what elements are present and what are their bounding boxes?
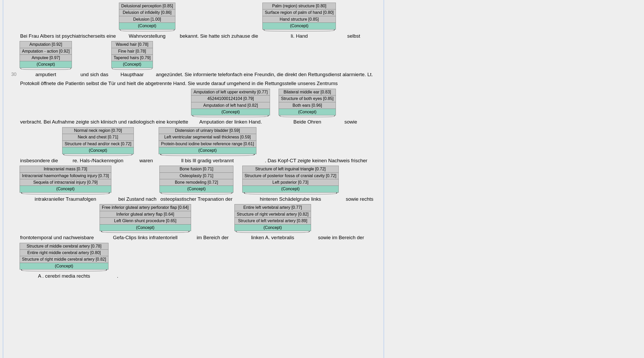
annotation-candidate[interactable]: Surface region of palm of hand [0.80] bbox=[263, 9, 336, 16]
annotated-span[interactable]: osteoplastischer Trepanation der bbox=[159, 195, 234, 204]
annotation-candidate[interactable]: Structure of both eyes [0.85] bbox=[279, 96, 336, 102]
annotation-concept-label[interactable]: (Concept) bbox=[159, 147, 256, 154]
annotation[interactable]: Amputation [0.92]Amputation - action [0.… bbox=[20, 41, 72, 80]
annotation-candidate[interactable]: Structure of left vertebral artery [0.89… bbox=[235, 218, 311, 224]
annotation-candidate[interactable]: Structure of posterior fossa of cranial … bbox=[243, 173, 338, 179]
annotation[interactable]: Waved hair [0.78]Fine hair [0.78]Tapered… bbox=[111, 41, 153, 80]
annotation-candidate[interactable]: Hand structure [0.85] bbox=[263, 16, 336, 23]
annotation-candidate[interactable]: Both ears [0.96] bbox=[279, 102, 336, 109]
annotation-concept-label[interactable]: (Concept) bbox=[119, 23, 175, 29]
annotated-span[interactable]: linken A. vertebralis bbox=[234, 234, 311, 243]
annotation-stack[interactable]: Palm (region) structure [0.80]Surface re… bbox=[262, 3, 336, 30]
annotation[interactable]: Structure of left inguinal triangle [0.7… bbox=[242, 166, 339, 204]
annotation[interactable]: Structure of middle cerebral artery [0.7… bbox=[20, 243, 108, 281]
annotation[interactable]: Delusional perception [0.85]Delusion of … bbox=[119, 3, 175, 41]
annotation-concept-label[interactable]: (Concept) bbox=[263, 23, 336, 29]
annotation[interactable]: Free inferior gluteal artery perforator … bbox=[100, 204, 191, 243]
annotated-span[interactable]: Haupthaar bbox=[111, 71, 153, 80]
annotation-candidate[interactable]: Amputation of left hand [0.82] bbox=[191, 102, 270, 109]
annotation-concept-label[interactable]: (Concept) bbox=[20, 61, 72, 68]
annotation-candidate[interactable]: Amputee [0.97] bbox=[20, 55, 72, 61]
annotated-span[interactable]: Beide Ohren bbox=[279, 118, 336, 127]
annotated-span[interactable]: Amputation der linken Hand. bbox=[191, 118, 270, 127]
annotation-concept-label[interactable]: (Concept) bbox=[160, 186, 233, 192]
annotation-concept-label[interactable]: (Concept) bbox=[191, 109, 270, 115]
annotation-candidate[interactable]: Amputation of left upper extremity [0.77… bbox=[191, 89, 270, 96]
annotation-candidate[interactable]: Structure of left inguinal triangle [0.7… bbox=[243, 166, 338, 172]
annotation-candidate[interactable]: Osteoplasty [0.71] bbox=[160, 173, 233, 179]
annotation-candidate[interactable]: Distension of urinary bladder [0.59] bbox=[159, 127, 256, 134]
annotation-candidate[interactable]: Delusion of infidelity [0.86] bbox=[119, 9, 175, 16]
annotation-candidate[interactable]: Amputation - action [0.92] bbox=[20, 48, 72, 55]
annotation-stack[interactable]: Free inferior gluteal artery perforator … bbox=[100, 204, 191, 231]
annotation-candidate[interactable]: Sequela of intracranial injury [0.79] bbox=[20, 179, 111, 186]
annotation-stack[interactable]: Intracranial mass [0.73]Intracranial hae… bbox=[20, 166, 111, 193]
annotation-candidate[interactable]: Neck and chest [0.71] bbox=[62, 134, 133, 141]
annotation-candidate[interactable]: Intracranial haemorrhage following injur… bbox=[20, 173, 111, 179]
annotation-concept-label[interactable]: (Concept) bbox=[62, 147, 133, 154]
annotation-candidate[interactable]: Fine hair [0.78] bbox=[112, 48, 153, 55]
annotation-candidate[interactable]: Left posterior [0.73] bbox=[243, 179, 338, 186]
annotation-candidate[interactable]: Palm (region) structure [0.80] bbox=[263, 3, 336, 9]
annotation-stack[interactable]: Distension of urinary bladder [0.59]Left… bbox=[159, 127, 256, 154]
annotation-candidate[interactable]: Left ventricular segmental wall thicknes… bbox=[159, 134, 256, 141]
annotated-span[interactable]: re. Hals-/Nackenregion bbox=[62, 157, 134, 166]
annotation-candidate[interactable]: Entire left vertebral artery [0.77] bbox=[235, 204, 311, 211]
annotation-stack[interactable]: Normal neck region [0.70]Neck and chest … bbox=[62, 127, 134, 154]
annotation-candidate[interactable]: Delusional perception [0.85] bbox=[119, 3, 175, 9]
annotation-candidate[interactable]: Waved hair [0.78] bbox=[112, 41, 153, 48]
annotation-candidate[interactable]: Protein-bound iodine below reference ran… bbox=[159, 141, 256, 147]
text-row: Protokoll öffnete die Patientin selbst d… bbox=[19, 80, 383, 89]
annotated-span[interactable]: amputiert bbox=[20, 71, 72, 80]
annotation-stack[interactable]: Amputation of left upper extremity [0.77… bbox=[191, 89, 270, 116]
annotation-stack[interactable]: Structure of left inguinal triangle [0.7… bbox=[242, 166, 339, 193]
annotation-candidate[interactable]: Delusion [1.00] bbox=[119, 16, 175, 23]
annotated-span[interactable]: A . cerebri media rechts bbox=[20, 272, 108, 281]
annotation-candidate[interactable]: Intracranial mass [0.73] bbox=[20, 166, 111, 172]
annotation-candidate[interactable]: Free inferior gluteal artery perforator … bbox=[100, 204, 191, 211]
annotation[interactable]: Normal neck region [0.70]Neck and chest … bbox=[62, 127, 134, 166]
annotation[interactable]: Bilateral middle ear [0.83]Structure of … bbox=[279, 89, 336, 127]
annotation-candidate[interactable]: Bone fusion [0.71] bbox=[160, 166, 233, 172]
annotation[interactable]: Distension of urinary bladder [0.59]Left… bbox=[159, 127, 256, 166]
annotation-candidate[interactable]: Structure of right vertebral artery [0.8… bbox=[235, 211, 311, 218]
annotation-concept-label[interactable]: (Concept) bbox=[243, 186, 338, 192]
annotation-stack[interactable]: Waved hair [0.78]Fine hair [0.78]Tapered… bbox=[111, 41, 153, 68]
annotation-stack[interactable]: Entire left vertebral artery [0.77]Struc… bbox=[234, 204, 311, 231]
annotation-candidate[interactable]: Inferior gluteal artery flap [0.64] bbox=[100, 211, 191, 218]
annotation-stack[interactable]: Bilateral middle ear [0.83]Structure of … bbox=[279, 89, 336, 116]
annotation-stack[interactable]: Bone fusion [0.71]Osteoplasty [0.71]Bone… bbox=[159, 166, 234, 193]
annotated-span[interactable]: Gefa-Clips links infratentoriell bbox=[100, 234, 191, 243]
annotated-span[interactable]: intrakranieller Traumafolgen bbox=[20, 195, 111, 204]
annotation-candidate[interactable]: Bone remodeling [0.72] bbox=[160, 179, 233, 186]
annotated-span[interactable]: ll bis Ill gradig verbrannt bbox=[159, 157, 256, 166]
annotation-candidate[interactable]: 452441000124104 [0.79] bbox=[191, 96, 270, 102]
annotation-concept-label[interactable]: (Concept) bbox=[100, 225, 191, 231]
annotation-stack[interactable]: Amputation [0.92]Amputation - action [0.… bbox=[20, 41, 72, 68]
annotation-candidate[interactable]: Bilateral middle ear [0.83] bbox=[279, 89, 336, 96]
annotation-candidate[interactable]: Left Glenn shunt procedure [0.65] bbox=[100, 218, 191, 224]
annotation-candidate[interactable]: Structure of middle cerebral artery [0.7… bbox=[20, 243, 108, 250]
annotation-candidate[interactable]: Structure of head and/or neck [0.72] bbox=[62, 141, 133, 147]
annotation-candidate[interactable]: Normal neck region [0.70] bbox=[62, 127, 133, 134]
annotation-stack[interactable]: Structure of middle cerebral artery [0.7… bbox=[20, 243, 108, 270]
annotation-candidate[interactable]: Entire right middle cerebral artery [0.8… bbox=[20, 250, 108, 256]
annotation[interactable]: Palm (region) structure [0.80]Surface re… bbox=[262, 3, 336, 41]
annotation[interactable]: Intracranial mass [0.73]Intracranial hae… bbox=[20, 166, 111, 204]
annotated-span[interactable]: Ii. Hand bbox=[262, 32, 336, 41]
annotation-concept-label[interactable]: (Concept) bbox=[235, 225, 311, 231]
annotation[interactable]: Amputation of left upper extremity [0.77… bbox=[191, 89, 270, 127]
annotated-span[interactable]: hinteren Schädelgrube links bbox=[242, 195, 339, 204]
text-segment bbox=[234, 195, 242, 204]
annotation-candidate[interactable]: Amputation [0.92] bbox=[20, 41, 72, 48]
annotation-candidate[interactable]: Structure of right middle cerebral arter… bbox=[20, 256, 108, 263]
annotation-concept-label[interactable]: (Concept) bbox=[20, 186, 111, 192]
annotation[interactable]: Entire left vertebral artery [0.77]Struc… bbox=[234, 204, 311, 243]
annotation-concept-label[interactable]: (Concept) bbox=[20, 263, 108, 269]
annotation-concept-label[interactable]: (Concept) bbox=[279, 109, 336, 115]
annotation-stack[interactable]: Delusional perception [0.85]Delusion of … bbox=[119, 3, 175, 30]
annotation[interactable]: Bone fusion [0.71]Osteoplasty [0.71]Bone… bbox=[159, 166, 234, 204]
annotation-concept-label[interactable]: (Concept) bbox=[112, 61, 153, 68]
annotated-span[interactable]: Wahnvorstellung bbox=[119, 32, 175, 41]
annotation-candidate[interactable]: Tapered hairs [0.79] bbox=[112, 55, 153, 61]
